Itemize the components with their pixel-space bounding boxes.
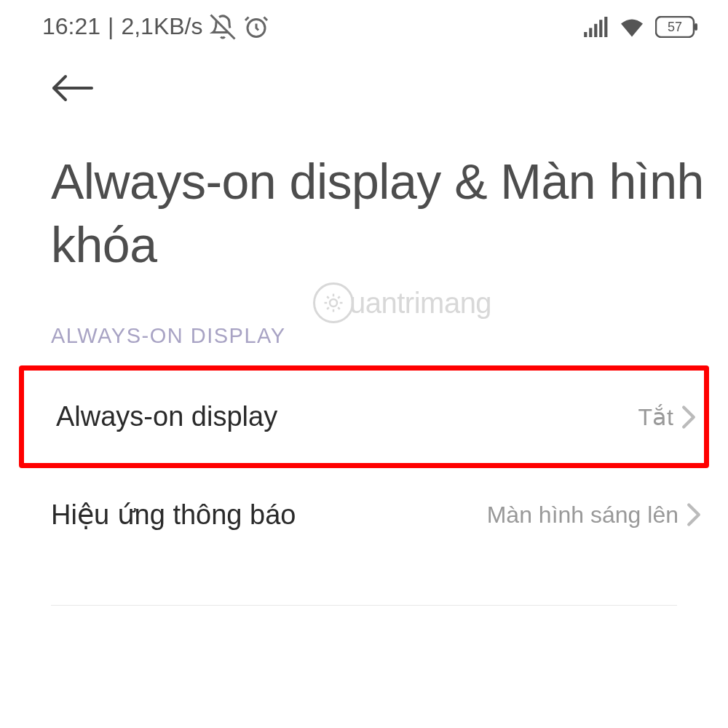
mute-icon — [210, 14, 236, 40]
wifi-icon — [619, 17, 645, 37]
alarm-icon — [243, 14, 269, 40]
setting-label: Hiệu ứng thông báo — [51, 499, 296, 531]
svg-rect-4 — [594, 23, 597, 36]
svg-rect-6 — [604, 17, 607, 37]
svg-line-0 — [211, 15, 235, 39]
status-speed: 2,1KB/s — [121, 13, 202, 40]
status-right: 57 — [584, 16, 699, 38]
status-left: 16:21 | 2,1KB/s — [42, 13, 269, 40]
setting-value-wrap: Tắt — [638, 403, 697, 431]
svg-text:57: 57 — [668, 20, 682, 34]
chevron-right-icon — [686, 502, 702, 527]
setting-value-wrap: Màn hình sáng lên — [487, 502, 702, 529]
back-arrow-icon — [50, 73, 95, 106]
status-bar: 16:21 | 2,1KB/s — [0, 0, 728, 47]
section-label: ALWAYS-ON DISPLAY — [0, 277, 728, 348]
setting-row-notification-effect[interactable]: Hiệu ứng thông báo Màn hình sáng lên — [0, 468, 728, 561]
setting-row-always-on-display[interactable]: Always-on display Tắt — [19, 365, 709, 468]
chevron-right-icon — [681, 405, 697, 430]
setting-value: Tắt — [638, 403, 673, 431]
svg-rect-2 — [584, 32, 587, 37]
back-button[interactable] — [0, 47, 728, 106]
settings-list: Always-on display Tắt Hiệu ứng thông báo… — [0, 365, 728, 561]
status-separator: | — [108, 13, 114, 40]
svg-rect-3 — [589, 28, 592, 37]
battery-icon: 57 — [655, 16, 699, 38]
page-title: Always-on display & Màn hình khóa — [0, 106, 728, 277]
svg-rect-5 — [599, 20, 602, 37]
svg-rect-8 — [695, 23, 697, 31]
signal-icon — [584, 17, 609, 37]
setting-label: Always-on display — [56, 401, 277, 432]
divider — [51, 605, 677, 606]
status-time: 16:21 — [42, 13, 100, 40]
setting-value: Màn hình sáng lên — [487, 502, 678, 529]
